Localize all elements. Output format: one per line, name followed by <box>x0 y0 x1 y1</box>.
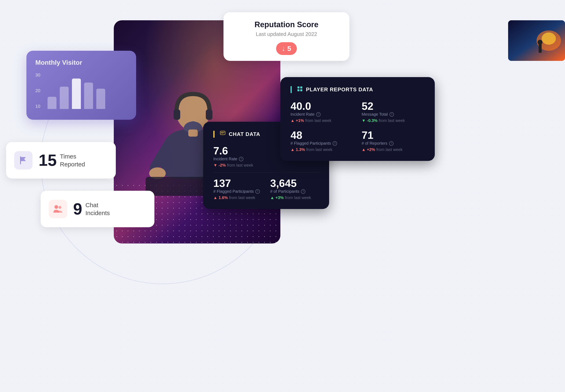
player-flagged-change: ▲ 1.3% from last week <box>291 147 354 152</box>
down-arrow-green-icon: ▼ <box>362 118 366 123</box>
bar-2 <box>60 87 69 109</box>
up-arrow-green-icon: ▲ <box>270 196 274 200</box>
chat-stats-grid: 137 # Flagged Participants ? ▲ 1.6% from… <box>213 178 319 200</box>
scene: Monthly Visitor 30 20 10 15 Times <box>0 0 565 392</box>
svg-point-9 <box>542 32 556 45</box>
yellow-accent-bar <box>213 131 215 138</box>
svg-rect-17 <box>297 86 299 88</box>
svg-rect-20 <box>300 89 302 91</box>
question-icon-3: ? <box>301 189 305 194</box>
y-label-20: 20 <box>35 88 40 93</box>
teal-accent-bar <box>291 86 292 93</box>
chat-participants-change: ▲ +3% from last week <box>270 196 319 200</box>
reputation-subtitle: Last updated August 2022 <box>234 31 339 37</box>
svg-rect-18 <box>300 86 302 88</box>
svg-point-13 <box>59 206 61 209</box>
monthly-visitor-card: Monthly Visitor 30 20 10 <box>26 51 136 120</box>
player-message-total-label: Message Total ? <box>362 112 425 117</box>
player-stat-message-total: 52 Message Total ? ▼ -0.3% from last wee… <box>362 100 425 123</box>
player-reporters-number: 71 <box>362 129 425 141</box>
bar-5 <box>96 89 105 109</box>
svg-point-12 <box>54 205 58 209</box>
flag-icon <box>18 155 28 165</box>
divider-1 <box>213 172 319 173</box>
question-icon: ? <box>239 157 243 161</box>
player-reports-panel: PLAYER REPORTS DATA 40.0 Incident Rate ?… <box>280 77 435 161</box>
reputation-title: Reputation Score <box>234 20 339 29</box>
player-message-total-number: 52 <box>362 100 425 112</box>
player-flagged-number: 48 <box>291 129 354 141</box>
chat-flagged-number: 137 <box>213 178 262 189</box>
chat-panel-icon <box>220 131 225 138</box>
reputation-score-value: 5 <box>287 45 291 53</box>
question-icon-2: ? <box>255 189 260 194</box>
bar-1 <box>47 97 57 109</box>
chat-incidents-icon-box <box>49 200 67 218</box>
chat-incidents-number: 9 <box>73 201 82 217</box>
game-scene-panel <box>508 20 565 61</box>
y-axis-labels: 30 20 10 <box>35 72 40 109</box>
question-icon-pr-4: ? <box>389 141 394 146</box>
player-stat-reporters: 71 # of Reporters ? ▲ +2% from last week <box>362 129 425 152</box>
player-stat-flagged: 48 # Flagged Participants ? ▲ 1.3% from … <box>291 129 354 152</box>
chat-incidents-card: 9 Chat Incidents <box>41 191 154 227</box>
chat-stat-participants: 3,645 # of Participants ? ▲ +3% from las… <box>270 178 319 200</box>
chat-incident-rate-change: ▼ -2% from last week <box>213 163 319 168</box>
player-reports-title: PLAYER REPORTS DATA <box>306 86 373 93</box>
chat-participants-label: # of Participants ? <box>270 189 319 194</box>
player-reports-icon <box>297 86 303 93</box>
question-icon-pr-1: ? <box>316 112 321 117</box>
reputation-score-card: Reputation Score Last updated August 202… <box>223 12 349 61</box>
chat-stat-flagged: 137 # Flagged Participants ? ▲ 1.6% from… <box>213 178 262 200</box>
chat-participants-number: 3,645 <box>270 178 319 189</box>
y-label-10: 10 <box>35 104 40 109</box>
chat-flagged-label: # Flagged Participants ? <box>213 189 262 194</box>
player-message-total-change: ▼ -0.3% from last week <box>362 118 425 123</box>
svg-rect-6 <box>188 129 198 137</box>
chat-incidents-label-line1: Chat <box>86 201 110 209</box>
bar-3 <box>72 79 81 109</box>
player-stats-grid: 40.0 Incident Rate ? ▲ +1% from last wee… <box>291 100 425 152</box>
player-reporters-change: ▲ +2% from last week <box>362 147 425 152</box>
reputation-score-badge: ↓ 5 <box>276 42 297 55</box>
times-reported-number: 15 <box>39 152 57 168</box>
svg-point-11 <box>537 40 542 45</box>
chat-incidents-label-line2: Incidents <box>86 209 110 217</box>
question-icon-pr-3: ? <box>333 141 337 146</box>
svg-rect-19 <box>297 89 299 91</box>
up-arrow-icon-pr: ▲ <box>291 118 295 123</box>
times-reported-icon-box <box>14 151 32 169</box>
down-arrow-icon: ↓ <box>282 45 285 53</box>
up-arrow-icon-pr-2: ▲ <box>291 147 295 152</box>
chat-flagged-change: ▲ 1.6% from last week <box>213 196 262 200</box>
times-reported-card: 15 Times Reported <box>6 142 116 179</box>
svg-rect-1 <box>174 109 180 120</box>
player-reports-header: PLAYER REPORTS DATA <box>291 86 425 93</box>
times-reported-label-line2: Reported <box>60 160 85 168</box>
svg-rect-2 <box>206 109 212 120</box>
question-icon-pr-2: ? <box>389 112 394 117</box>
player-flagged-label: # Flagged Participants ? <box>291 141 354 146</box>
bar-4 <box>84 83 93 109</box>
monthly-visitor-title: Monthly Visitor <box>35 59 127 66</box>
chat-data-title: CHAT DATA <box>229 131 260 137</box>
up-arrow-icon: ▲ <box>213 196 217 200</box>
times-reported-label-line1: Times <box>60 152 85 160</box>
y-label-30: 30 <box>35 72 40 78</box>
player-stat-incident-rate: 40.0 Incident Rate ? ▲ +1% from last wee… <box>291 100 354 123</box>
player-incident-rate-label: Incident Rate ? <box>291 112 354 117</box>
bar-chart: 30 20 10 <box>35 72 127 109</box>
down-arrow-icon: ▼ <box>213 163 217 168</box>
users-icon <box>53 204 63 214</box>
player-reporters-label: # of Reporters ? <box>362 141 425 146</box>
player-incident-rate-change: ▲ +1% from last week <box>291 118 354 123</box>
up-arrow-icon-pr-3: ▲ <box>362 147 366 152</box>
player-incident-rate-number: 40.0 <box>291 100 354 112</box>
